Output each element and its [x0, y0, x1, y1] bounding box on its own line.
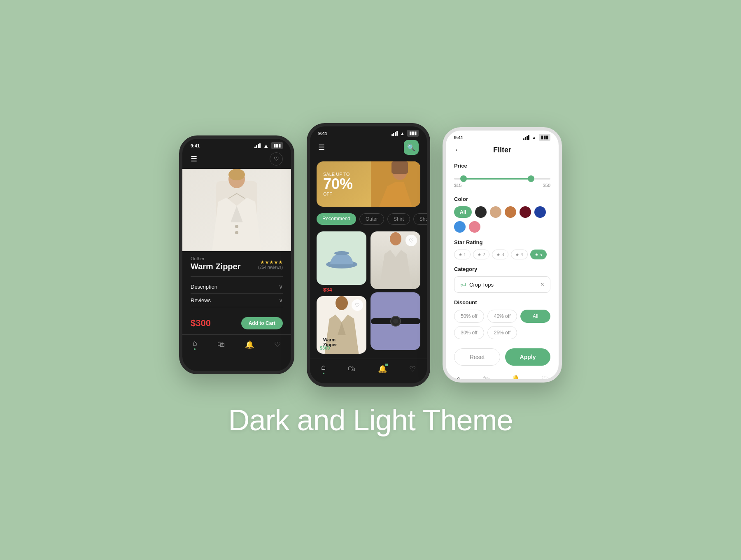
discount-30[interactable]: 30% off	[454, 326, 484, 339]
battery-icon-1: ▮▮▮	[271, 142, 283, 149]
bag-nav-light[interactable]: 🛍	[482, 375, 490, 383]
discount-50[interactable]: 50% off	[454, 310, 484, 323]
wifi-icon-2: ▲	[400, 131, 405, 136]
discount-25[interactable]: 25% off	[487, 326, 517, 339]
bell-nav-light[interactable]: 🔔	[511, 374, 520, 383]
home-nav-icon-2[interactable]: ⌂	[321, 363, 326, 374]
price-min: $15	[454, 183, 461, 188]
tab-shirt[interactable]: Shirt	[387, 213, 410, 225]
battery-icon-2: ▮▮▮	[407, 130, 419, 137]
discount-40[interactable]: 40% off	[487, 310, 517, 323]
category-label: Category	[454, 266, 550, 272]
top-bar-2: ☰ 🔍	[310, 138, 427, 158]
tag-icon: 🏷	[460, 281, 466, 288]
menu-icon-2[interactable]: ☰	[318, 143, 325, 152]
product-info-dark: Outher Warm Zipper ★★★★★ (254 reviews) D…	[182, 251, 291, 312]
description-accordion[interactable]: Description ∨	[191, 280, 283, 294]
page-tagline: Dark and Light Theme	[228, 403, 513, 437]
home-nav-light[interactable]: ⌂	[457, 375, 461, 383]
time-2: 9:41	[318, 131, 327, 136]
bell-nav-icon[interactable]: 🔔	[245, 340, 254, 349]
wishlist-icon-2[interactable]: ♡	[352, 299, 363, 311]
heart-nav-icon[interactable]: ♡	[274, 340, 281, 349]
slider-thumb-right[interactable]	[528, 175, 534, 182]
category-chevron-icon: ×	[541, 281, 544, 288]
woman-card[interactable]: ♡	[370, 231, 420, 289]
hat-price: $34	[317, 285, 366, 293]
phones-container: 9:41 ▲ ▮▮▮ ☰ ♡	[179, 123, 562, 387]
search-icon: 🔍	[407, 144, 415, 152]
bell-nav-icon-2[interactable]: 🔔	[378, 364, 387, 373]
belt-illustration	[371, 311, 420, 331]
reviews-accordion[interactable]: Reviews ∨	[191, 294, 283, 307]
tab-outer[interactable]: Outer	[359, 213, 384, 225]
hat-card[interactable]	[317, 231, 366, 285]
star-3-button[interactable]: ★3	[492, 250, 508, 259]
product-image-dark	[182, 169, 291, 251]
heart-nav-icon-2[interactable]: ♡	[409, 364, 416, 373]
bag-nav-icon[interactable]: 🛍	[217, 340, 225, 349]
color-options: All	[454, 206, 550, 233]
discount-all[interactable]: All	[520, 310, 550, 323]
color-nude[interactable]	[490, 206, 501, 218]
hat-illustration	[325, 246, 358, 271]
color-pink[interactable]	[469, 221, 480, 233]
star-1-button[interactable]: ★1	[454, 250, 471, 259]
price-slider[interactable]: $15 $50	[454, 173, 550, 189]
stars-dark: ★★★★★	[258, 259, 283, 265]
product-price-dark: $300	[191, 318, 211, 329]
menu-icon[interactable]: ☰	[191, 154, 197, 163]
wishlist-button[interactable]: ♡	[270, 152, 283, 166]
product-grid: $34 Warm Zipper $300	[310, 228, 427, 357]
discount-label: Discount	[454, 299, 550, 306]
svg-rect-7	[391, 161, 408, 174]
category-value: Crop Tops	[469, 282, 494, 288]
chevron-icon-desc: ∨	[279, 283, 283, 290]
category-dropdown[interactable]: 🏷 Crop Tops ×	[454, 276, 550, 293]
svg-point-2	[228, 169, 245, 180]
bag-nav-icon-2[interactable]: 🛍	[348, 364, 355, 373]
color-maroon[interactable]	[520, 206, 531, 218]
belt-card[interactable]	[370, 292, 420, 350]
color-black[interactable]	[475, 206, 487, 218]
coat-card-2[interactable]: Warm Zipper $300 ♡	[317, 296, 366, 354]
nav-bar-dark: ⌂ 🛍 🔔 ♡	[182, 334, 291, 357]
color-all-button[interactable]: All	[454, 206, 472, 218]
back-button[interactable]: ←	[454, 146, 461, 154]
svg-point-4	[235, 231, 238, 234]
add-to-cart-button[interactable]: Add to Cart	[241, 317, 283, 329]
phone-dark-product: 9:41 ▲ ▮▮▮ ☰ ♡	[179, 135, 294, 374]
banner-woman-illustration	[371, 161, 420, 207]
star-4-button[interactable]: ★4	[511, 250, 527, 259]
search-button[interactable]: 🔍	[404, 140, 419, 155]
signal-icon-1	[254, 143, 261, 148]
color-brown[interactable]	[505, 206, 516, 218]
heart-nav-light[interactable]: ♡	[541, 374, 548, 383]
slider-thumb-left[interactable]	[460, 175, 467, 182]
price-section: Price $15 $50	[446, 159, 559, 193]
status-bar-1: 9:41 ▲ ▮▮▮	[182, 139, 291, 151]
home-nav-icon[interactable]: ⌂	[193, 339, 197, 350]
wishlist-icon-3[interactable]: ♡	[405, 235, 417, 246]
svg-point-10	[336, 296, 348, 310]
nav-bar-dark-2: ⌂ 🛍 🔔 ♡	[310, 359, 427, 381]
svg-point-3	[235, 225, 238, 228]
filter-header: ← Filter	[446, 142, 559, 159]
battery-icon-3: ▮▮▮	[539, 134, 550, 141]
warm-zipper-name-2: Warm Zipper	[323, 337, 337, 347]
svg-point-9	[334, 251, 349, 255]
time-1: 9:41	[191, 143, 200, 148]
color-blue[interactable]	[454, 221, 466, 233]
brand-label: Outher	[191, 256, 241, 261]
color-navy[interactable]	[534, 206, 546, 218]
apply-button[interactable]: Apply	[505, 348, 550, 366]
star-2-button[interactable]: ★2	[473, 250, 489, 259]
tab-recommend[interactable]: Recommend	[317, 213, 356, 225]
tab-shoes[interactable]: Shoes	[413, 213, 427, 225]
star-rating-section: Star Rating ★1 ★2 ★3 ★4 ★5	[446, 236, 559, 263]
product-name-dark: Warm Zipper	[191, 262, 241, 271]
filter-tabs: Recommend Outer Shirt Shoes	[310, 210, 427, 228]
star-5-button[interactable]: ★5	[530, 250, 547, 259]
filter-title: Filter	[493, 146, 511, 154]
reset-button[interactable]: Reset	[454, 348, 500, 366]
